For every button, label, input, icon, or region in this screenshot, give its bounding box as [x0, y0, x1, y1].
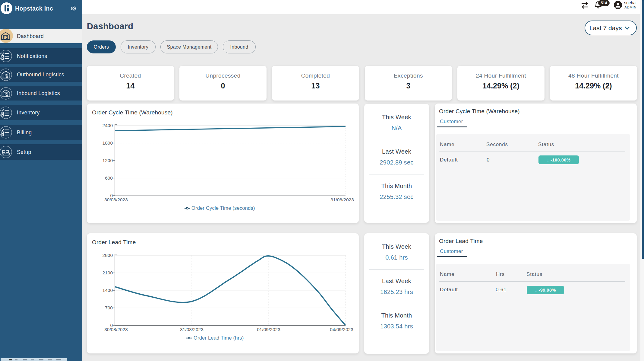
svg-text:04/09/2023: 04/09/2023 [330, 327, 353, 332]
svg-text:Order Cycle Time (seconds): Order Cycle Time (seconds) [191, 205, 255, 211]
svg-text:600: 600 [105, 175, 113, 180]
svg-text:30/08/2023: 30/08/2023 [104, 327, 128, 332]
svg-text:31/08/2023: 31/08/2023 [330, 197, 354, 202]
svg-text:30/08/2023: 30/08/2023 [104, 197, 128, 202]
svg-text:Order Lead Time (hrs): Order Lead Time (hrs) [194, 335, 244, 340]
svg-text:1800: 1800 [103, 140, 113, 145]
svg-text:1400: 1400 [103, 288, 113, 293]
svg-text:2100: 2100 [103, 270, 113, 275]
svg-text:01/09/2023: 01/09/2023 [257, 327, 280, 332]
svg-text:31/08/2023: 31/08/2023 [180, 327, 204, 332]
svg-text:1200: 1200 [103, 158, 113, 163]
svg-text:2400: 2400 [103, 123, 113, 128]
svg-text:700: 700 [105, 305, 113, 310]
svg-text:2800: 2800 [103, 253, 113, 258]
